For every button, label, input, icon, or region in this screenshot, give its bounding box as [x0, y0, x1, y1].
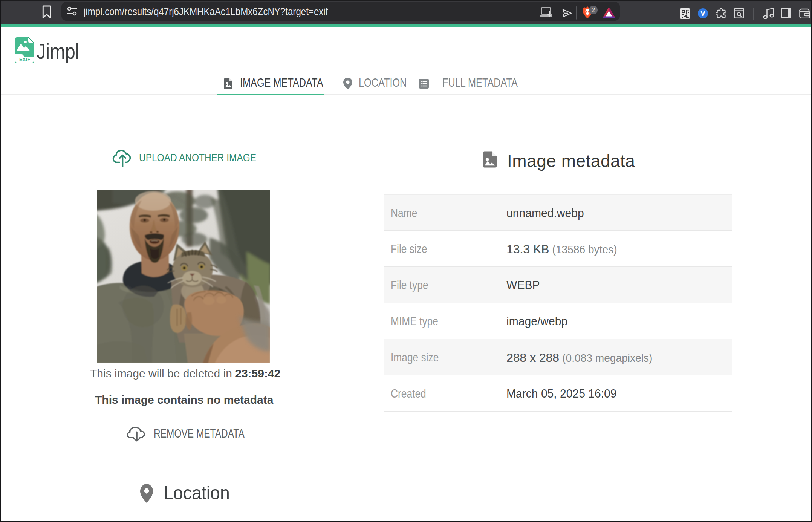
svg-text:EXIF: EXIF: [19, 57, 30, 62]
